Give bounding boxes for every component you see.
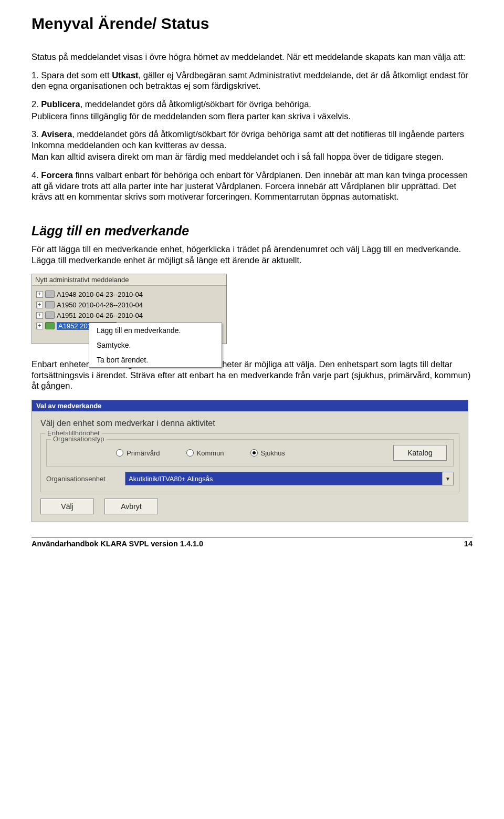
tree-row[interactable]: + A1951 2010-04-26--2010-04 [35,310,224,320]
case-icon [45,291,55,298]
text: 1. Spara det som ett [32,70,112,80]
radio-primarvard[interactable]: Primärvård [116,449,160,457]
org-dropdown[interactable]: Akutklinik/ITVA80+ Alingsås ▼ [125,472,454,485]
text: finns valbart enbart för behöriga och en… [32,170,468,201]
button-row: Välj Avbryt [40,499,459,514]
text: 3. [32,129,41,139]
radio-label: Sjukhus [261,449,285,457]
screenshot-tree-contextmenu: Nytt administrativt meddelande + A1948 2… [32,274,227,344]
org-label: Organisationsenhet [46,475,120,483]
radio-icon [250,449,258,457]
item-2: 2. Publicera, meddelandet görs då åtkoml… [32,99,472,110]
item-1: 1. Spara det som ett Utkast, gäller ej V… [32,70,472,91]
chevron-down-icon[interactable]: ▼ [442,472,453,485]
tree-label: A1951 2010-04-26--2010-04 [57,312,143,319]
footer-page-number: 14 [464,540,472,548]
item-2b: Publicera finns tillgänglig för de medde… [32,111,472,122]
radio-label: Primärvård [127,449,160,457]
case-icon [45,322,55,329]
menu-item-remove-case[interactable]: Ta bort ärendet. [89,353,222,367]
radio-sjukhus[interactable]: Sjukhus [250,449,285,457]
valj-button[interactable]: Välj [40,499,94,514]
footer-left: Användarhandbok KLARA SVPL version 1.4.1… [32,540,203,548]
dialog-titlebar: Val av medverkande [32,400,468,411]
text: , meddelandet görs då åtkomligt/sökbart … [80,99,311,109]
page-footer: Användarhandbok KLARA SVPL version 1.4.1… [32,537,472,548]
dropdown-value: Akutklinik/ITVA80+ Alingsås [125,472,442,485]
item-3: 3. Avisera, meddelandet görs då åtkomlig… [32,129,472,150]
bold-utkast: Utkast [112,70,138,80]
context-menu: Lägg till en medverkande. Samtycke. Ta b… [89,323,222,368]
tree-view: + A1948 2010-04-23--2010-04 + A1950 2010… [32,286,226,344]
menu-item-add-participant[interactable]: Lägg till en medverkande. [89,323,222,338]
dialog-body: Välj den enhet som medverkar i denna akt… [32,411,468,522]
radio-row: Primärvård Kommun Sjukhus [53,445,447,461]
bold-forcera: Forcera [41,170,73,180]
text: 4. [32,170,41,180]
fieldset-enhetstillhorighet: Enhetstillhörighet Organisationstyp Prim… [40,433,459,492]
tree-guide-line [37,290,37,331]
fieldset-organisationstyp: Organisationstyp Primärvård Kommun [46,439,454,466]
katalog-button[interactable]: Katalog [393,445,447,461]
page-title: Menyval Ärende/ Status [32,15,472,33]
avbryt-button[interactable]: Avbryt [104,499,158,514]
section2-p1: För att lägga till en medverkande enhet,… [32,244,472,265]
radio-icon [116,449,123,457]
section-heading-medverkande: Lägg till en medverkande [32,223,472,239]
screenshot-dialog-val-av-medverkande: Val av medverkande Välj den enhet som me… [32,400,468,522]
case-icon [45,312,55,319]
tree-row[interactable]: + A1950 2010-04-26--2010-04 [35,299,224,310]
radio-label: Kommun [197,449,224,457]
intro-paragraph: Status på meddelandet visas i övre högra… [32,51,472,63]
radio-icon [186,449,194,457]
bold-publicera: Publicera [41,99,80,109]
dialog-prompt: Välj den enhet som medverkar i denna akt… [40,419,459,428]
text: 2. [32,99,41,109]
panel-header: Nytt administrativt meddelande [32,274,226,286]
menu-item-consent[interactable]: Samtycke. [89,338,222,353]
fieldset-legend: Organisationstyp [51,435,107,443]
item-3b: Man kan alltid avisera direkt om man är … [32,151,472,162]
radio-kommun[interactable]: Kommun [186,449,224,457]
org-row: Organisationsenhet Akutklinik/ITVA80+ Al… [46,472,454,485]
bold-avisera: Avisera [41,129,72,139]
item-4: 4. Forcera finns valbart enbart för behö… [32,170,472,202]
tree-label: A1948 2010-04-23--2010-04 [57,291,143,298]
tree-row[interactable]: + A1948 2010-04-23--2010-04 [35,289,224,299]
text: , meddelandet görs då åtkomligt/sökbart … [32,129,464,150]
case-icon [45,301,55,308]
tree-label: A1950 2010-04-26--2010-04 [57,301,143,309]
